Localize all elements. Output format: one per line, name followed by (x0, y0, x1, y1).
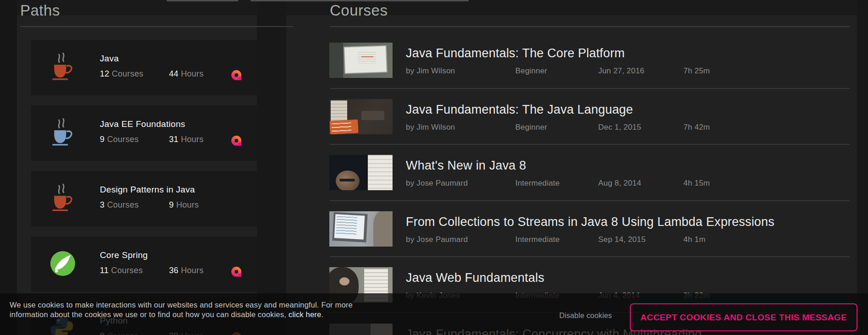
course-thumbnail (329, 43, 393, 78)
path-title: Core Spring (100, 250, 148, 260)
path-badge-icon (231, 267, 241, 277)
course-level: Beginner (515, 66, 547, 76)
path-meta: 11 Courses 36 Hours (100, 266, 143, 275)
left-margin-strip (0, 0, 17, 335)
java-coffee-cup-icon (49, 182, 75, 214)
course-duration: 4h 1m (683, 235, 705, 244)
courses-heading-rule (330, 26, 850, 27)
course-thumbnail (329, 155, 393, 190)
cookie-message: We use cookies to make interactions with… (10, 300, 353, 319)
path-card-java[interactable]: Java 12 Courses 44 Hours (31, 40, 257, 95)
course-thumbnail (329, 99, 393, 134)
cookie-message-period: . (321, 310, 323, 319)
spring-leaf-icon (49, 247, 75, 280)
path-title: Design Patterns in Java (100, 185, 195, 195)
course-date: Sep 14, 2015 (598, 235, 646, 244)
path-title: Java (100, 54, 119, 64)
course-date: Jun 27, 2016 (598, 66, 644, 76)
path-card-core-spring[interactable]: Core Spring 11 Courses 36 Hours (31, 236, 257, 292)
course-duration: 7h 25m (683, 66, 710, 76)
path-title: Java EE Foundations (100, 119, 185, 129)
top-cropped-element-border (251, 0, 469, 1)
top-cropped-element-border (167, 0, 238, 1)
disable-cookies-link[interactable]: Disable cookies (559, 312, 612, 320)
course-row[interactable]: Java Fundamentals: The Java Language by … (286, 99, 857, 155)
course-title: What's New in Java 8 (406, 159, 526, 173)
course-author: by Jim Wilson (406, 66, 455, 76)
course-level: Intermediate (515, 179, 560, 188)
cookie-message-line1: We use cookies to make interactions with… (10, 301, 353, 309)
path-card-java-ee-foundations[interactable]: Java EE Foundations 9 Courses 31 Hours (31, 105, 257, 161)
course-date: Dec 1, 2015 (598, 123, 641, 132)
course-date: Aug 8, 2014 (598, 179, 641, 188)
course-author: by Jose Paumard (406, 235, 468, 244)
java-coffee-cup-icon (49, 116, 75, 148)
accept-cookies-button[interactable]: ACCEPT COOKIES AND CLOSE THIS MESSAGE (630, 303, 857, 331)
java-coffee-cup-icon (49, 51, 75, 83)
column-gap-strip (257, 0, 286, 335)
path-meta: 12 Courses 44 Hours (100, 69, 143, 79)
course-row[interactable]: What's New in Java 8 by Jose Paumard Int… (286, 155, 857, 211)
paths-heading: Paths (20, 2, 60, 19)
cookie-message-line2: information about the cookies we use or … (10, 310, 289, 319)
course-title: From Collections to Streams in Java 8 Us… (406, 215, 775, 229)
cookie-banner: We use cookies to make interactions with… (0, 293, 868, 335)
course-author: by Jose Paumard (406, 179, 468, 188)
path-card-design-patterns-in-java[interactable]: Design Patterns in Java 3 Courses 9 Hour… (31, 171, 257, 226)
right-margin-strip (857, 0, 868, 335)
path-badge-icon (231, 136, 241, 146)
top-cropped-header-band (0, 0, 868, 15)
course-title: Java Fundamentals: The Java Language (406, 103, 633, 117)
path-meta: 3 Courses 9 Hours (100, 200, 139, 210)
path-badge-icon (231, 70, 241, 80)
course-level: Intermediate (515, 235, 560, 244)
path-meta: 9 Courses 31 Hours (100, 135, 139, 144)
course-duration: 4h 15m (683, 179, 710, 188)
course-title: Java Fundamentals: The Core Platform (406, 46, 625, 60)
courses-heading: Courses (330, 2, 388, 19)
course-level: Beginner (515, 123, 547, 132)
course-title: Java Web Fundamentals (406, 271, 544, 285)
course-author: by Jim Wilson (406, 123, 455, 132)
course-row[interactable]: Java Fundamentals: The Core Platform by … (286, 43, 857, 99)
course-duration: 7h 42m (683, 123, 710, 132)
course-thumbnail (329, 211, 393, 247)
paths-heading-rule (20, 26, 293, 27)
course-row[interactable]: From Collections to Streams in Java 8 Us… (286, 211, 857, 267)
click-here-link[interactable]: click here (289, 310, 322, 319)
